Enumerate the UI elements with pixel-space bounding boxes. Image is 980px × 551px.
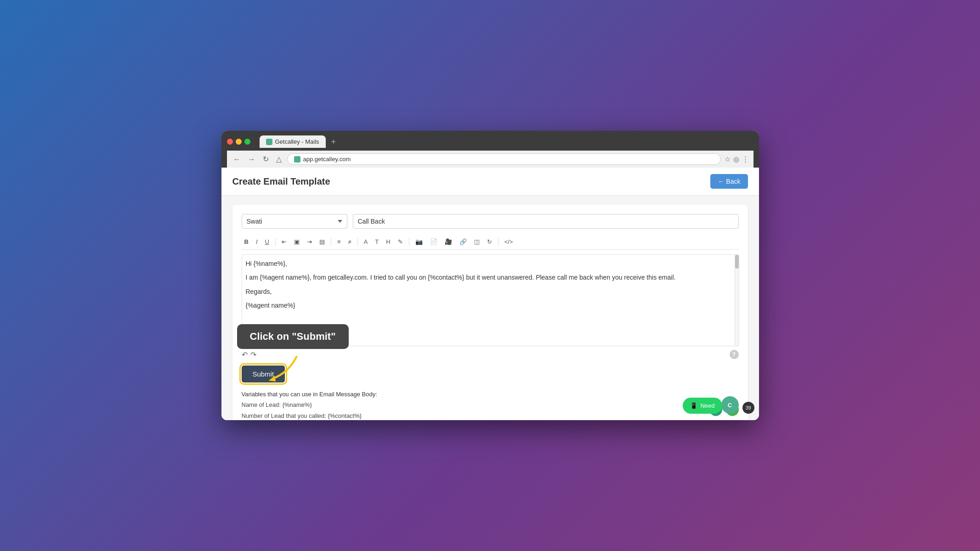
notification-badge: 39 bbox=[742, 402, 754, 414]
var2-label: Number of Lead that you called: bbox=[242, 412, 326, 419]
align-left-button[interactable]: ⇤ bbox=[279, 237, 289, 247]
editor-footer-row: ↶ ↷ ? bbox=[242, 350, 739, 359]
subject-select[interactable]: Swati bbox=[242, 214, 347, 229]
calley-badge[interactable]: C bbox=[721, 396, 739, 414]
minimize-button[interactable] bbox=[236, 139, 242, 145]
italic-button[interactable]: I bbox=[253, 237, 261, 247]
toolbar-divider-5 bbox=[498, 238, 498, 246]
editor-toolbar: B I U ⇤ ▣ ⇥ ▤ ≡ ≠ A T H ✎ bbox=[242, 234, 739, 250]
refresh-nav-button[interactable]: ↻ bbox=[261, 154, 271, 164]
video-button[interactable]: 🎥 bbox=[442, 237, 455, 247]
forward-nav-button[interactable]: → bbox=[246, 154, 257, 164]
whatsapp-icon: 📱 bbox=[690, 402, 697, 409]
var2-value: {%contact%} bbox=[328, 412, 362, 419]
editor-line-greeting: Hi {%name%}, bbox=[246, 259, 735, 269]
undo-redo-group: ↶ ↷ bbox=[242, 350, 256, 359]
var1-value: {%name%} bbox=[282, 401, 312, 408]
browser-window: Getcalley - Mails + ← → ↻ △ app.getcalle… bbox=[221, 131, 759, 420]
email-editor[interactable]: Hi {%name%}, I am {%agent name%}, from g… bbox=[242, 254, 739, 346]
align-center-button[interactable]: ▣ bbox=[291, 237, 302, 247]
subject-input[interactable] bbox=[353, 214, 739, 229]
font-size-button[interactable]: T bbox=[372, 237, 381, 247]
page-content: Create Email Template ← Back Swati B I U bbox=[221, 168, 759, 420]
new-tab-button[interactable]: + bbox=[328, 136, 340, 148]
scrollbar-thumb[interactable] bbox=[735, 255, 739, 269]
heading-button[interactable]: H bbox=[383, 237, 393, 247]
toolbar-divider-4 bbox=[409, 238, 409, 246]
tab-label: Getcalley - Mails bbox=[275, 138, 319, 145]
home-nav-button[interactable]: △ bbox=[274, 154, 283, 164]
variable-2: Number of Lead that you called: {%contac… bbox=[242, 410, 739, 420]
browser-titlebar: Getcalley - Mails + bbox=[227, 135, 753, 148]
page-title: Create Email Template bbox=[232, 176, 330, 187]
editor-content: Hi {%name%}, I am {%agent name%}, from g… bbox=[246, 259, 735, 311]
editor-wrapper: Hi {%name%}, I am {%agent name%}, from g… bbox=[242, 254, 739, 346]
nav-actions: ☆ ◎ ⋮ bbox=[725, 155, 749, 163]
calley-icon: C bbox=[728, 402, 732, 409]
variables-section: Variables that you can use in Email Mess… bbox=[242, 389, 739, 420]
email-form-container: Swati B I U ⇤ ▣ ⇥ ▤ ≡ ≠ bbox=[232, 205, 748, 420]
address-bar[interactable]: app.getcalley.com bbox=[287, 153, 721, 165]
font-color-button[interactable]: A bbox=[361, 237, 371, 247]
whatsapp-float-button[interactable]: 📱 Need bbox=[683, 398, 722, 414]
extensions-button[interactable]: ◎ bbox=[733, 155, 739, 163]
badge-count: 39 bbox=[745, 405, 751, 410]
menu-button[interactable]: ⋮ bbox=[742, 155, 749, 163]
browser-navbar: ← → ↻ △ app.getcalley.com ☆ ◎ ⋮ bbox=[227, 151, 753, 168]
tab-favicon-icon bbox=[266, 139, 272, 145]
variable-1: Name of Lead: {%name%} bbox=[242, 399, 739, 410]
submit-button[interactable]: Submit bbox=[242, 365, 285, 382]
variables-title: Variables that you can use in Email Mess… bbox=[242, 389, 739, 399]
var1-label: Name of Lead: bbox=[242, 401, 281, 408]
form-row: Swati bbox=[242, 214, 739, 229]
submit-section: Click on "Submit" Submit bbox=[242, 365, 739, 382]
align-justify-button[interactable]: ▤ bbox=[317, 237, 328, 247]
toolbar-divider-3 bbox=[357, 238, 358, 246]
browser-chrome: Getcalley - Mails + ← → ↻ △ app.getcalle… bbox=[221, 131, 759, 168]
redo-button[interactable]: ↷ bbox=[250, 350, 256, 359]
address-favicon-icon bbox=[294, 156, 300, 163]
source-button[interactable]: </> bbox=[502, 237, 516, 247]
highlight-button[interactable]: ✎ bbox=[395, 237, 406, 247]
active-tab[interactable]: Getcalley - Mails bbox=[260, 135, 326, 148]
editor-line-signature: {%agent name%} bbox=[246, 300, 735, 310]
toolbar-divider-1 bbox=[275, 238, 276, 246]
close-button[interactable] bbox=[227, 139, 233, 145]
help-icon[interactable]: ? bbox=[730, 350, 739, 359]
page-header: Create Email Template ← Back bbox=[221, 168, 759, 196]
table-button[interactable]: ◫ bbox=[471, 237, 482, 247]
star-button[interactable]: ☆ bbox=[725, 155, 731, 163]
maximize-button[interactable] bbox=[244, 139, 250, 145]
file-button[interactable]: 📄 bbox=[427, 237, 440, 247]
list-unordered-button[interactable]: ≠ bbox=[346, 237, 354, 247]
list-ordered-button[interactable]: ≡ bbox=[334, 237, 344, 247]
address-text: app.getcalley.com bbox=[303, 156, 351, 163]
editor-line-body: I am {%agent name%}, from getcalley.com.… bbox=[246, 272, 735, 282]
main-area: Swati B I U ⇤ ▣ ⇥ ▤ ≡ ≠ bbox=[221, 196, 759, 420]
align-right-button[interactable]: ⇥ bbox=[304, 237, 315, 247]
whatsapp-label: Need bbox=[700, 402, 714, 409]
editor-line-regards: Regards, bbox=[246, 287, 735, 297]
toolbar-divider-2 bbox=[331, 238, 331, 246]
underline-button[interactable]: U bbox=[262, 237, 272, 247]
image-button[interactable]: 📷 bbox=[413, 237, 425, 247]
tab-bar: Getcalley - Mails + bbox=[260, 135, 340, 148]
traffic-lights bbox=[227, 139, 250, 145]
bold-button[interactable]: B bbox=[242, 237, 251, 247]
link-button[interactable]: 🔗 bbox=[457, 237, 470, 247]
scrollbar-track bbox=[735, 254, 739, 346]
back-nav-button[interactable]: ← bbox=[232, 154, 243, 164]
clean-button[interactable]: ↻ bbox=[484, 237, 495, 247]
back-button[interactable]: ← Back bbox=[710, 174, 748, 189]
undo-button[interactable]: ↶ bbox=[242, 350, 248, 359]
